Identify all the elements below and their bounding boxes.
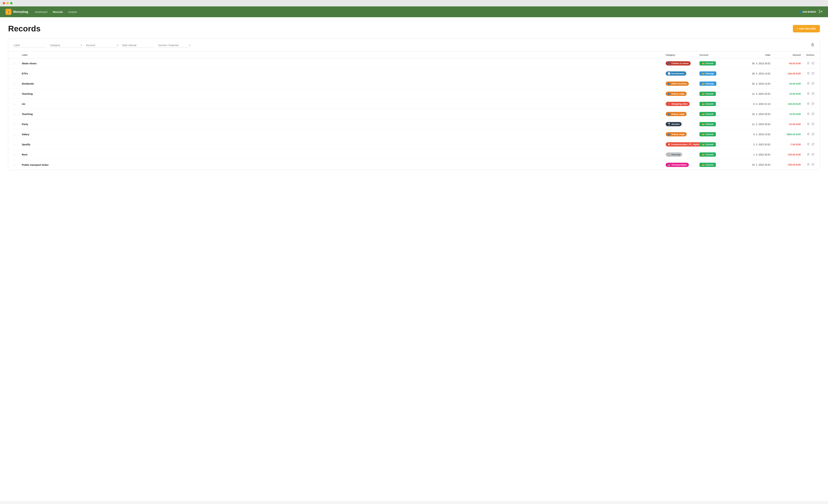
maximize-button[interactable]: [10, 2, 12, 4]
filter-row: ▾ ▾ ▾: [8, 39, 820, 52]
category-badge-1[interactable]: 📈 Investments: [666, 72, 686, 76]
row-category-3: 👥 Salary, wage: [666, 92, 699, 96]
clear-filters-button[interactable]: [811, 43, 814, 47]
account-badge-2[interactable]: 💳 Savings: [699, 82, 716, 86]
delete-icon-8[interactable]: [807, 143, 810, 146]
delete-icon-7[interactable]: [807, 133, 810, 136]
close-button[interactable]: [3, 2, 5, 4]
row-amount-6: -22.00 EUR: [771, 123, 801, 126]
account-icon-7: 💳: [702, 133, 705, 136]
row-category-1: 📈 Investments: [666, 72, 699, 76]
row-expand-4[interactable]: ⌄: [14, 103, 22, 105]
account-badge-5[interactable]: 💳 Current: [699, 112, 716, 116]
row-date-7: 5. 2. 2023 14:52: [733, 133, 771, 136]
date-interval-input[interactable]: [122, 43, 154, 47]
account-badge-10[interactable]: 💳 Current: [699, 163, 716, 167]
nav-analytic[interactable]: Analytic: [68, 10, 77, 13]
edit-icon-0[interactable]: [812, 62, 814, 65]
edit-icon-6[interactable]: [812, 123, 814, 126]
row-label-1: ETFs: [22, 72, 666, 75]
row-expand-3[interactable]: ⌄: [14, 93, 22, 95]
delete-icon-1[interactable]: [807, 72, 810, 76]
add-record-button[interactable]: + ADD RECORD: [793, 25, 820, 33]
delete-icon-0[interactable]: [807, 61, 810, 65]
account-badge-8[interactable]: 💳 Current: [699, 142, 716, 146]
edit-icon-8[interactable]: [812, 143, 814, 146]
edit-icon-9[interactable]: [812, 153, 814, 156]
edit-icon-4[interactable]: [812, 102, 814, 106]
category-badge-5[interactable]: 👥 Salary, wage: [666, 112, 687, 116]
row-account-9: 💳 Current: [699, 152, 733, 156]
category-badge-3[interactable]: 👥 Salary, wage: [666, 92, 687, 96]
category-badge-0[interactable]: 👤 Clothes & shoes: [666, 61, 691, 65]
account-badge-1[interactable]: 💳 Savings: [699, 72, 716, 76]
category-filter-input[interactable]: [50, 43, 82, 47]
main-content: Records + ADD RECORD ▾ ▾ ▾: [0, 17, 828, 501]
minimize-button[interactable]: [6, 2, 9, 4]
delete-icon-10[interactable]: [807, 163, 810, 167]
row-expand-8[interactable]: ⌄: [14, 143, 22, 146]
delete-icon-4[interactable]: [807, 102, 810, 106]
income-expense-input[interactable]: [158, 43, 190, 47]
row-account-2: 💳 Savings: [699, 82, 733, 86]
delete-icon-5[interactable]: [807, 112, 810, 116]
account-badge-0[interactable]: 💳 Current: [699, 61, 716, 65]
brand-logo[interactable]: 💰 Moneybag: [5, 9, 28, 15]
account-text-5: Current: [706, 113, 713, 115]
row-category-8: 🖥 Communication, PC, digital: [666, 142, 699, 146]
delete-icon-9[interactable]: [807, 153, 810, 156]
nav-user[interactable]: 👤 JAN BABÁK: [798, 10, 816, 13]
account-text-3: Current: [706, 92, 713, 95]
account-filter-input[interactable]: [86, 43, 118, 47]
edit-icon-5[interactable]: [812, 112, 814, 116]
edit-icon-1[interactable]: [812, 72, 814, 75]
row-expand-5[interactable]: ⌄: [14, 113, 22, 115]
delete-icon-3[interactable]: [807, 92, 810, 96]
row-amount-3: 15.00 EUR: [771, 92, 801, 95]
row-account-5: 💳 Current: [699, 112, 733, 116]
edit-icon-10[interactable]: [812, 163, 814, 167]
th-date[interactable]: ↓ Date: [733, 54, 771, 56]
delete-icon-2[interactable]: [807, 82, 810, 86]
nav-dashboard[interactable]: Dashboard: [35, 10, 47, 13]
logout-button[interactable]: [819, 10, 823, 14]
table-row: ⌄ Dividends 👥 Other incomes 💳 Savings 26…: [8, 79, 820, 89]
category-badge-8[interactable]: 🖥 Communication, PC, digital: [666, 142, 702, 146]
category-badge-6[interactable]: 🍸 Alcohol: [666, 122, 681, 126]
edit-icon-2[interactable]: [812, 82, 814, 85]
account-badge-9[interactable]: 💳 Current: [699, 152, 716, 156]
category-badge-4[interactable]: 🛒 Shopping other: [666, 102, 690, 106]
row-expand-0[interactable]: ⌄: [14, 62, 22, 65]
category-icon-7: 👥: [668, 133, 670, 136]
delete-icon-6[interactable]: [807, 122, 810, 126]
row-expand-7[interactable]: ⌄: [14, 133, 22, 136]
account-badge-3[interactable]: 💳 Current: [699, 92, 716, 96]
edit-icon-7[interactable]: [812, 133, 814, 136]
row-label-8: Spotify: [22, 143, 666, 146]
account-badge-4[interactable]: 💳 Current: [699, 102, 716, 106]
account-badge-7[interactable]: 💳 Current: [699, 132, 716, 136]
category-badge-7[interactable]: 👥 Salary, wage: [666, 132, 687, 136]
row-expand-6[interactable]: ⌄: [14, 123, 22, 125]
category-badge-9[interactable]: 🏠 Housing: [666, 152, 682, 156]
account-icon-10: 💳: [702, 164, 705, 166]
edit-icon-3[interactable]: [812, 92, 814, 96]
category-badge-2[interactable]: 👥 Other incomes: [666, 82, 689, 86]
category-icon-0: 👤: [668, 62, 670, 65]
category-icon-1: 📈: [668, 72, 670, 75]
row-expand-10[interactable]: ⌄: [14, 164, 22, 166]
account-icon-2: 💳: [702, 82, 705, 85]
account-badge-6[interactable]: 💳 Current: [699, 122, 716, 126]
row-expand-2[interactable]: ⌄: [14, 83, 22, 85]
table-body: ⌄ Skate shoes 👤 Clothes & shoes 💳 Curren…: [8, 58, 820, 170]
label-filter-input[interactable]: [14, 43, 46, 47]
category-text-6: Alcohol: [671, 123, 679, 125]
account-icon-0: 💳: [702, 62, 705, 65]
brand-icon: 💰: [5, 9, 11, 15]
category-text-8: Communication, PC, digital: [671, 143, 699, 146]
category-badge-10[interactable]: 🚌 Transportation: [666, 163, 689, 167]
row-category-2: 👥 Other incomes: [666, 82, 699, 86]
row-expand-1[interactable]: ⌄: [14, 73, 22, 75]
nav-records[interactable]: Records: [53, 10, 63, 13]
row-expand-9[interactable]: ⌄: [14, 153, 22, 156]
